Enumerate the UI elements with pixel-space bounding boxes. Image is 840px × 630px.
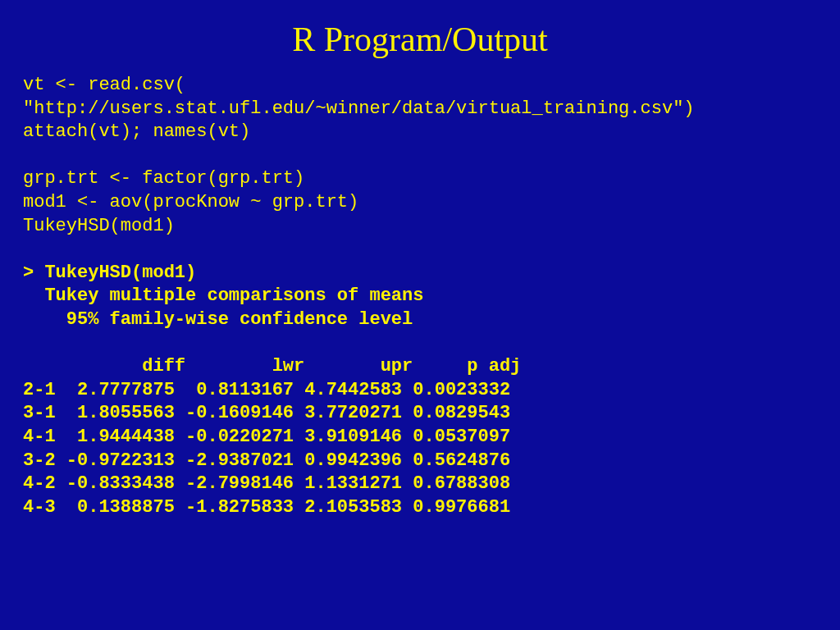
slide-title: R Program/Output xyxy=(0,0,840,74)
output-row: 4-3 0.1388875 -1.8275833 2.1053583 0.997… xyxy=(23,497,510,518)
code-line: attach(vt); names(vt) xyxy=(23,121,250,142)
output-line: Tukey multiple comparisons of means xyxy=(23,285,423,306)
output-row: 3-1 1.8055563 -0.1609146 3.7720271 0.082… xyxy=(23,403,510,423)
code-line: TukeyHSD(mod1) xyxy=(23,216,175,236)
output-line: > TukeyHSD(mod1) xyxy=(23,262,196,283)
code-line: "http://users.stat.ufl.edu/~winner/data/… xyxy=(23,98,695,119)
code-line: grp.trt <- factor(grp.trt) xyxy=(23,168,304,189)
output-row: 3-2 -0.9722313 -2.9387021 0.9942396 0.56… xyxy=(23,450,510,471)
output-row: 4-2 -0.8333438 -2.7998146 1.1331271 0.67… xyxy=(23,473,510,494)
code-block: vt <- read.csv( "http://users.stat.ufl.e… xyxy=(0,74,840,519)
output-header: diff lwr upr p adj xyxy=(23,356,521,377)
code-line: mod1 <- aov(procKnow ~ grp.trt) xyxy=(23,192,358,212)
output-row: 4-1 1.9444438 -0.0220271 3.9109146 0.053… xyxy=(23,427,510,447)
output-line: 95% family-wise confidence level xyxy=(23,309,413,330)
output-row: 2-1 2.7777875 0.8113167 4.7442583 0.0023… xyxy=(23,380,510,400)
code-line: vt <- read.csv( xyxy=(23,75,185,95)
